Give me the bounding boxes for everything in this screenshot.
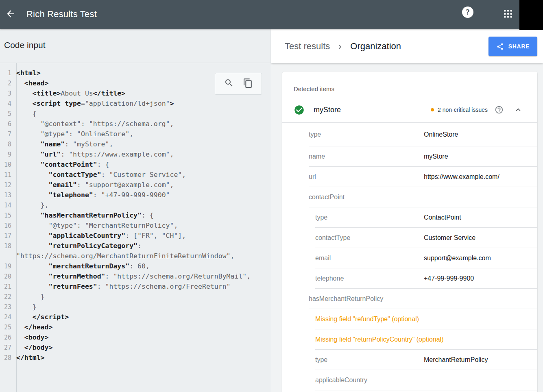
line-number: 10	[0, 161, 14, 168]
code-text: </script>	[14, 312, 69, 322]
line-number: 14	[0, 202, 14, 209]
code-text: <title>About Us</title>	[14, 88, 125, 98]
code-text: "contactType": "Customer Service",	[14, 170, 186, 180]
code-line: 9 "url": "https://www.example.com",	[0, 149, 271, 159]
code-text: "@type": "OnlineStore",	[14, 129, 133, 139]
issues-count: 2 non-critical issues	[438, 107, 488, 113]
warning-row[interactable]: Missing field "refundType" (optional)	[282, 309, 537, 329]
code-line: 27 </body>	[0, 342, 271, 353]
breadcrumb: Test results Organization	[285, 29, 401, 63]
line-number: 26	[0, 334, 14, 341]
code-line: 10 "contactPoint": {	[0, 159, 271, 170]
help-button[interactable]: ?	[462, 7, 473, 18]
code-editor[interactable]: 1<html>2 <head>3 <title>About Us</title>…	[0, 63, 271, 392]
code-text: "@context": "https://schema.org",	[14, 119, 174, 129]
code-text: "contactPoint": {	[14, 159, 109, 170]
row-key: url	[309, 173, 424, 181]
code-input-header: Code input	[0, 29, 271, 63]
google-apps-button[interactable]	[502, 9, 514, 20]
detected-item-header[interactable]: myStore 2 non-critical issues	[294, 99, 523, 120]
code-text: "returnFees": "https://schema.org/FreeRe…	[14, 281, 231, 292]
line-number: 6	[0, 120, 14, 128]
line-number: 5	[0, 110, 14, 118]
row-value: Customer Service	[424, 234, 475, 242]
line-number: 9	[0, 151, 14, 158]
table-row: emailsupport@example.com	[282, 248, 537, 268]
code-text: },	[14, 200, 48, 210]
row-value: +47-99-999-9900	[424, 275, 474, 282]
row-key: applicableCountry	[315, 377, 424, 384]
code-text: }	[14, 302, 37, 312]
line-number: 18	[0, 242, 14, 250]
row-value: myStore	[424, 153, 448, 160]
share-button[interactable]: SHARE	[488, 37, 537, 56]
collapse-icon[interactable]	[514, 105, 523, 114]
table-row: telephone+47-99-999-9900	[282, 268, 537, 289]
redacted-account-area	[519, 0, 543, 30]
code-text: </html>	[14, 353, 45, 363]
code-text: "hasMerchantReturnPolicy": {	[14, 210, 154, 220]
line-number: 22	[0, 293, 14, 301]
row-value: MerchantReturnPolicy	[424, 356, 488, 364]
line-number: 1	[0, 70, 14, 77]
code-line: 19 "merchantReturnDays": 60,	[0, 261, 271, 271]
table-row: urlhttps://www.example.com/	[282, 167, 537, 187]
detected-items-card: Detected items myStore 2 non-critical is…	[282, 72, 537, 392]
line-number: 11	[0, 171, 14, 179]
row-key: type	[315, 356, 424, 364]
table-row: applicableCountry	[282, 370, 537, 390]
detected-items-label: Detected items	[294, 85, 334, 92]
search-button[interactable]	[224, 79, 234, 89]
code-text: {	[14, 109, 37, 119]
line-number: 17	[0, 232, 14, 240]
row-key: email	[315, 255, 424, 262]
line-number: 28	[0, 354, 14, 362]
code-text: </head>	[14, 322, 52, 332]
code-line: 5 {	[0, 109, 271, 119]
code-text: }	[14, 292, 45, 302]
results-body: Detected items myStore 2 non-critical is…	[271, 63, 543, 392]
code-text: </body>	[14, 342, 52, 353]
line-number: 15	[0, 212, 14, 219]
code-line: 14 },	[0, 200, 271, 210]
line-number: 8	[0, 141, 14, 148]
item-status-cluster: 2 non-critical issues	[431, 105, 523, 114]
code-line: 26 <body>	[0, 332, 271, 342]
code-line: "https://schema.org/MerchantReturnFinite…	[0, 251, 271, 261]
code-text: "https://schema.org/MerchantReturnFinite…	[14, 251, 234, 261]
line-number: 20	[0, 273, 14, 280]
row-value: https://www.example.com/	[424, 173, 499, 181]
back-button[interactable]	[5, 9, 16, 20]
code-line: 25 </head>	[0, 322, 271, 332]
table-row: contactTypeCustomer Service	[282, 228, 537, 248]
line-number: 19	[0, 263, 14, 270]
detail-table: typeOnlineStorenamemyStoreurlhttps://www…	[282, 122, 537, 390]
code-line: 20 "returnMethod": "https://schema.org/R…	[0, 271, 271, 281]
line-number: 13	[0, 192, 14, 199]
app-title: Rich Results Test	[26, 9, 97, 20]
line-number: 24	[0, 314, 14, 321]
row-value: ContactPoint	[424, 214, 461, 221]
code-text: <html>	[14, 68, 41, 78]
code-line: 12 "email": "support@example.com",	[0, 180, 271, 190]
code-line: 4 <script type="application/ld+json">	[0, 98, 271, 109]
copy-button[interactable]	[243, 79, 253, 89]
breadcrumb-test-results[interactable]: Test results	[285, 41, 330, 52]
warning-row[interactable]: Missing field "returnPolicyCountry" (opt…	[282, 329, 537, 350]
row-key: type	[315, 214, 424, 221]
line-number: 23	[0, 303, 14, 311]
search-icon	[224, 78, 234, 89]
code-line: 8 "name": "myStore",	[0, 139, 271, 149]
line-number: 27	[0, 344, 14, 351]
code-line: 13 "telephone": "+47-99-999-9900"	[0, 190, 271, 200]
table-row: hasMerchantReturnPolicy	[282, 289, 537, 309]
share-button-label: SHARE	[508, 43, 530, 50]
code-line: 23 }	[0, 302, 271, 312]
table-row: typeOnlineStore	[282, 122, 537, 146]
help-outline-icon[interactable]	[495, 105, 504, 114]
code-lines: 1<html>2 <head>3 <title>About Us</title>…	[0, 68, 271, 363]
row-key: type	[309, 131, 424, 138]
code-text: "returnPolicyCategory":	[14, 241, 142, 251]
row-key: telephone	[315, 275, 424, 282]
code-text: <head>	[14, 78, 48, 88]
